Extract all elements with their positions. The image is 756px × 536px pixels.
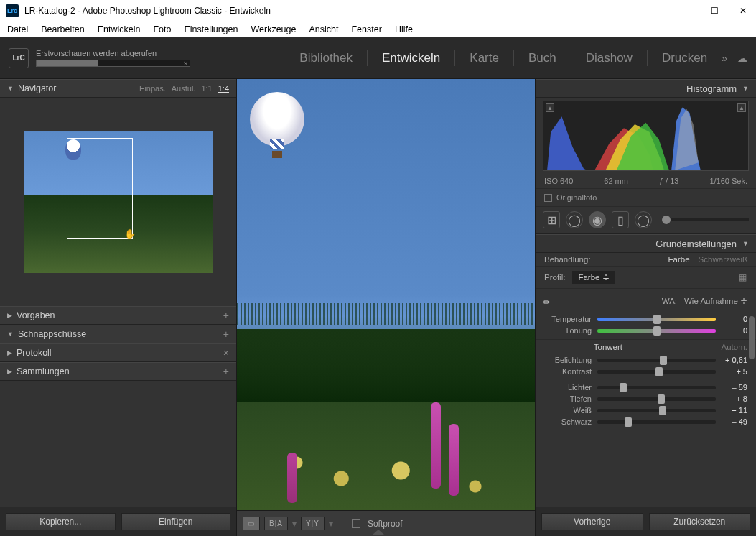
paste-settings-button[interactable]: Einfügen: [121, 513, 231, 530]
menu-entwickeln[interactable]: Entwickeln: [98, 24, 141, 34]
histogram-display[interactable]: ▲ ▲: [543, 101, 749, 171]
menu-foto[interactable]: Foto: [153, 24, 171, 34]
menu-einstellungen[interactable]: Einstellungen: [184, 24, 238, 34]
treatment-color[interactable]: Farbe: [668, 255, 690, 264]
loupe-view-button[interactable]: ▭: [243, 517, 260, 530]
photo-content: [250, 92, 304, 160]
schnappschuesse-header[interactable]: Schnappschüsse +: [0, 325, 236, 343]
lichter-value[interactable]: – 59: [722, 383, 747, 392]
softproof-checkbox[interactable]: [352, 519, 360, 528]
progress-bar: ×: [36, 60, 190, 67]
profile-browser-icon[interactable]: ▦: [739, 272, 747, 282]
identity-module-bar: LrC Erstvorschauen werden abgerufen × Bi…: [0, 37, 756, 79]
gradient-tool-icon[interactable]: ▯: [612, 211, 629, 228]
protokoll-header[interactable]: Protokoll ×: [0, 343, 236, 362]
vorgaben-add-icon[interactable]: +: [223, 310, 229, 321]
navigator-title: Navigator: [18, 83, 139, 93]
menu-datei[interactable]: Datei: [7, 24, 28, 34]
menu-bearbeiten[interactable]: Bearbeiten: [41, 24, 84, 34]
module-diashow[interactable]: Diashow: [582, 51, 637, 65]
before-after-lr-button[interactable]: B|A: [264, 517, 288, 530]
highlight-clip-icon[interactable]: ▲: [737, 103, 746, 112]
module-karte[interactable]: Karte: [465, 51, 503, 65]
kontrast-slider[interactable]: [597, 370, 716, 374]
belichtung-slider[interactable]: [597, 359, 716, 362]
schnappschuesse-add-icon[interactable]: +: [223, 328, 229, 340]
tiefen-slider[interactable]: [597, 397, 716, 401]
minimize-button[interactable]: —: [678, 4, 693, 18]
checkbox-icon[interactable]: [544, 194, 552, 202]
menu-werkzeuge[interactable]: Werkzeuge: [251, 24, 296, 34]
close-button[interactable]: ✕: [736, 4, 750, 18]
photo-loupe-view[interactable]: [237, 79, 535, 510]
zoom-1-1[interactable]: 1:1: [201, 84, 212, 93]
triangle-right-icon: [7, 312, 12, 319]
hand-cursor-icon: ✋: [124, 228, 136, 239]
spot-tool-icon[interactable]: ◯: [566, 211, 583, 228]
shadow-clip-icon[interactable]: ▲: [546, 103, 554, 112]
radial-tool-icon[interactable]: ◯: [635, 211, 652, 228]
protokoll-clear-icon[interactable]: ×: [223, 347, 229, 359]
weiss-label: Weiß: [536, 406, 592, 415]
zoom-fill[interactable]: Ausfül.: [172, 84, 196, 93]
wa-select[interactable]: Wie Aufnahme ≑: [684, 296, 747, 306]
weiss-value[interactable]: + 11: [722, 406, 747, 415]
profile-label: Profil:: [544, 273, 565, 282]
module-buch[interactable]: Buch: [524, 51, 561, 65]
copy-settings-button[interactable]: Kopieren...: [6, 513, 116, 530]
tiefen-value[interactable]: + 8: [722, 394, 747, 403]
cloud-sync-icon[interactable]: ☁: [737, 52, 747, 64]
eyedropper-icon[interactable]: ✎: [541, 290, 563, 312]
wa-label: WA:: [662, 297, 677, 305]
module-overflow-icon[interactable]: »: [722, 52, 727, 64]
navigator-header[interactable]: Navigator Einpas. Ausfül. 1:1 1:4: [0, 79, 236, 98]
temperatur-label: Temperatur: [536, 315, 592, 323]
toenung-slider[interactable]: [597, 329, 716, 333]
profile-select[interactable]: Farbe ≑: [572, 271, 615, 284]
lichter-slider[interactable]: [597, 386, 716, 389]
right-panel: Histogramm ▼ ▲ ▲ ISO 640 62 mm ƒ / 13: [535, 79, 756, 536]
treatment-bw[interactable]: Schwarzweiß: [699, 255, 747, 264]
kontrast-value[interactable]: + 5: [722, 367, 747, 376]
zoom-fit[interactable]: Einpas.: [139, 84, 166, 93]
sammlungen-add-icon[interactable]: +: [223, 366, 229, 377]
menu-fenster[interactable]: Fenster: [351, 24, 381, 34]
menu-hilfe[interactable]: Hilfe: [395, 24, 413, 34]
collapse-bottom-arrow-icon[interactable]: [373, 530, 384, 535]
progress-cancel-icon[interactable]: ×: [184, 59, 188, 68]
triangle-right-icon: [7, 368, 12, 375]
sammlungen-header[interactable]: Sammlungen +: [0, 362, 236, 381]
navigator-crop-frame[interactable]: [67, 138, 133, 239]
auto-tone-button[interactable]: Autom.: [722, 343, 747, 351]
temperatur-value[interactable]: 0: [722, 315, 747, 323]
module-entwickeln[interactable]: Entwickeln: [378, 51, 444, 65]
softproof-label: Softproof: [368, 519, 403, 529]
previous-button[interactable]: Vorherige: [541, 513, 643, 530]
maximize-button[interactable]: ☐: [707, 4, 722, 18]
reset-button[interactable]: Zurücksetzen: [649, 513, 751, 530]
tiefen-label: Tiefen: [536, 394, 592, 403]
center-area: ▭ B|A ▾ Y|Y ▾ Softproof: [237, 79, 535, 536]
before-after-tb-button[interactable]: Y|Y: [301, 517, 325, 530]
belichtung-value[interactable]: + 0,61: [722, 356, 747, 364]
weiss-slider[interactable]: [597, 409, 716, 412]
original-photo-toggle[interactable]: Originalfoto: [536, 188, 756, 206]
vorgaben-header[interactable]: Vorgaben +: [0, 306, 236, 325]
right-scrollbar[interactable]: [749, 172, 755, 507]
zoom-ratio[interactable]: 1:4: [218, 84, 229, 93]
navigator-preview[interactable]: ✋: [0, 98, 236, 306]
schwarz-value[interactable]: – 49: [722, 417, 747, 426]
toenung-value[interactable]: 0: [722, 326, 747, 335]
temperatur-slider[interactable]: [597, 318, 716, 321]
redeye-tool-icon[interactable]: ◉: [589, 211, 606, 228]
local-tools-strip: ⊞ ◯ ◉ ▯ ◯: [536, 206, 756, 234]
module-drucken[interactable]: Drucken: [658, 51, 711, 65]
menu-ansicht[interactable]: Ansicht: [309, 24, 338, 34]
tool-size-slider[interactable]: [662, 218, 749, 221]
histogram-header[interactable]: Histogramm ▼: [536, 79, 756, 98]
schwarz-slider[interactable]: [597, 420, 716, 424]
module-bibliothek[interactable]: Bibliothek: [295, 51, 357, 65]
exif-focal: 62 mm: [604, 177, 628, 185]
crop-tool-icon[interactable]: ⊞: [543, 211, 560, 228]
basic-panel-header[interactable]: Grundeinstellungen ▼: [536, 234, 756, 253]
